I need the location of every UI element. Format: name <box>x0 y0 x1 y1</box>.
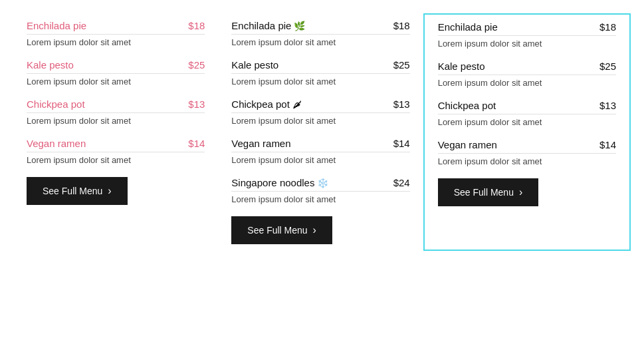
menu-item-header: Chickpea pot$13 <box>27 98 205 113</box>
menu-item: Enchilada pie$18Lorem ipsum dolor sit am… <box>438 21 616 49</box>
item-description: Lorem ipsum dolor sit amet <box>27 77 205 87</box>
item-description: Lorem ipsum dolor sit amet <box>231 77 409 87</box>
menu-item-header: Enchilada pie🌿$18 <box>231 20 409 35</box>
menu-item: Chickpea pot$13Lorem ipsum dolor sit ame… <box>438 100 616 127</box>
item-description: Lorem ipsum dolor sit amet <box>438 39 616 49</box>
menu-item: Enchilada pie🌿$18Lorem ipsum dolor sit a… <box>231 20 409 47</box>
menu-item-header: Chickpea pot🌶$13 <box>231 98 409 113</box>
item-description: Lorem ipsum dolor sit amet <box>438 156 616 166</box>
item-price: $25 <box>188 59 205 71</box>
item-name: Vegan ramen <box>27 138 86 149</box>
see-full-menu-button[interactable]: See Full Menu› <box>438 178 539 206</box>
item-description: Lorem ipsum dolor sit amet <box>231 37 409 47</box>
item-price: $13 <box>599 100 616 111</box>
item-icon: 🌿 <box>294 21 305 31</box>
item-price: $14 <box>188 138 205 149</box>
item-price: $18 <box>393 20 410 31</box>
item-name: Singapore noodles❄️ <box>231 177 328 188</box>
item-description: Lorem ipsum dolor sit amet <box>27 116 205 126</box>
item-name: Enchilada pie <box>438 21 498 33</box>
item-description: Lorem ipsum dolor sit amet <box>231 155 409 165</box>
menu-item: Vegan ramen$14Lorem ipsum dolor sit amet <box>27 138 205 165</box>
item-price: $18 <box>188 20 205 31</box>
menu-item: Kale pesto$25Lorem ipsum dolor sit amet <box>438 61 616 88</box>
item-price: $13 <box>188 98 205 110</box>
item-name: Kale pesto <box>27 59 74 71</box>
menu-item: Kale pesto$25Lorem ipsum dolor sit amet <box>27 59 205 87</box>
item-name: Chickpea pot <box>27 98 85 110</box>
menu-item-header: Chickpea pot$13 <box>438 100 616 114</box>
menu-item-header: Kale pesto$25 <box>231 59 409 74</box>
menu-column-3: Enchilada pie$18Lorem ipsum dolor sit am… <box>423 13 631 251</box>
item-name: Chickpea pot <box>438 100 496 111</box>
item-price: $25 <box>393 59 410 71</box>
item-price: $18 <box>599 21 616 33</box>
menu-item: Vegan ramen$14Lorem ipsum dolor sit amet <box>438 139 616 166</box>
see-full-menu-label: See Full Menu <box>454 187 514 198</box>
item-price: $14 <box>393 138 410 149</box>
item-name: Vegan ramen <box>438 139 497 150</box>
menu-item: Chickpea pot$13Lorem ipsum dolor sit ame… <box>27 98 205 126</box>
item-icon: ❄️ <box>317 178 328 188</box>
menu-item: Enchilada pie$18Lorem ipsum dolor sit am… <box>27 20 205 47</box>
menu-item: Vegan ramen$14Lorem ipsum dolor sit amet <box>231 138 409 165</box>
item-name: Kale pesto <box>231 59 278 71</box>
item-name: Enchilada pie <box>27 20 86 31</box>
item-description: Lorem ipsum dolor sit amet <box>27 155 205 165</box>
menu-item-header: Singapore noodles❄️$24 <box>231 177 409 192</box>
see-full-menu-button[interactable]: See Full Menu› <box>27 177 128 205</box>
item-description: Lorem ipsum dolor sit amet <box>27 37 205 47</box>
menu-item-header: Vegan ramen$14 <box>438 139 616 154</box>
menu-item-header: Kale pesto$25 <box>27 59 205 74</box>
item-name: Chickpea pot🌶 <box>231 98 302 110</box>
menu-item: Kale pesto$25Lorem ipsum dolor sit amet <box>231 59 409 87</box>
menu-column-2: Enchilada pie🌿$18Lorem ipsum dolor sit a… <box>218 13 423 251</box>
menu-item-header: Kale pesto$25 <box>438 61 616 75</box>
see-full-menu-button[interactable]: See Full Menu› <box>231 216 332 244</box>
item-name: Enchilada pie🌿 <box>231 20 305 31</box>
item-price: $14 <box>599 139 616 150</box>
menu-item: Chickpea pot🌶$13Lorem ipsum dolor sit am… <box>231 98 409 126</box>
item-price: $13 <box>393 98 410 110</box>
menu-item: Singapore noodles❄️$24Lorem ipsum dolor … <box>231 177 409 204</box>
item-name: Kale pesto <box>438 61 485 72</box>
menu-item-header: Enchilada pie$18 <box>27 20 205 35</box>
item-price: $24 <box>393 177 410 188</box>
item-description: Lorem ipsum dolor sit amet <box>438 78 616 88</box>
menu-item-header: Vegan ramen$14 <box>27 138 205 152</box>
chevron-right-icon: › <box>108 185 111 197</box>
chevron-right-icon: › <box>313 224 316 236</box>
item-description: Lorem ipsum dolor sit amet <box>231 194 409 204</box>
item-icon: 🌶 <box>292 99 302 110</box>
menu-column-1: Enchilada pie$18Lorem ipsum dolor sit am… <box>13 13 218 251</box>
see-full-menu-label: See Full Menu <box>247 225 307 236</box>
item-description: Lorem ipsum dolor sit amet <box>438 117 616 127</box>
menu-item-header: Enchilada pie$18 <box>438 21 616 36</box>
see-full-menu-label: See Full Menu <box>43 186 102 196</box>
menu-item-header: Vegan ramen$14 <box>231 138 409 152</box>
chevron-right-icon: › <box>519 186 522 198</box>
item-description: Lorem ipsum dolor sit amet <box>231 116 409 126</box>
item-price: $25 <box>599 61 616 72</box>
menu-columns-wrapper: Enchilada pie$18Lorem ipsum dolor sit am… <box>13 13 631 251</box>
item-name: Vegan ramen <box>231 138 290 149</box>
